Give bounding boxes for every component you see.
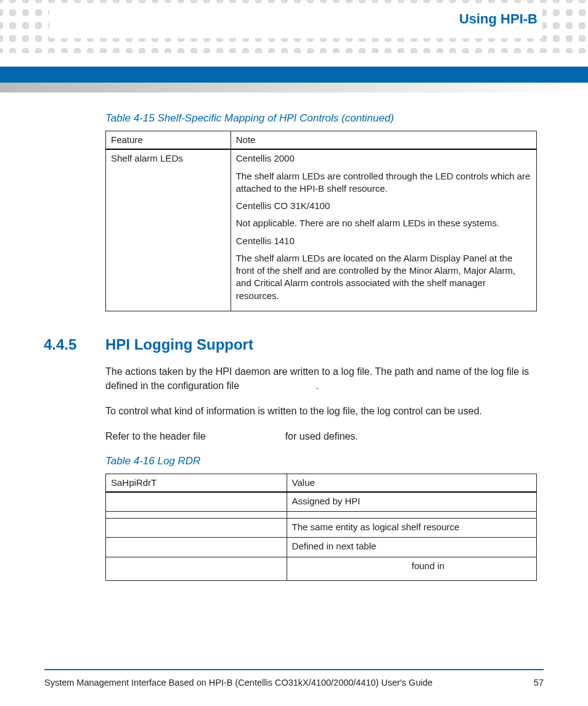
table-row: Shelf alarm LEDs Centellis 2000 The shel… bbox=[106, 149, 537, 311]
table-4-15-head-feature: Feature bbox=[106, 131, 231, 150]
para3-b: for used defines. bbox=[282, 431, 358, 441]
note-line: Centellis 1410 bbox=[236, 235, 531, 247]
note-line: The shelf alarm LEDs are controlled thro… bbox=[236, 170, 531, 195]
cell: The same entity as logical shelf resourc… bbox=[287, 519, 536, 538]
cell: found in bbox=[287, 557, 536, 580]
cell: Assigned by HPI bbox=[287, 492, 536, 512]
body-paragraph: The actions taken by the HPI daemon are … bbox=[105, 364, 537, 393]
chapter-title: Using HPI-B bbox=[459, 11, 537, 27]
table-4-15-feature: Shelf alarm LEDs bbox=[106, 149, 231, 311]
table-row: found in bbox=[106, 557, 537, 580]
para1-b: . bbox=[316, 380, 318, 391]
body-paragraph: To control what kind of information is w… bbox=[105, 404, 537, 418]
para3-a: Refer to the header file bbox=[105, 431, 208, 441]
footer-page-number: 57 bbox=[534, 678, 544, 688]
section-title: HPI Logging Support bbox=[105, 336, 253, 353]
cell-mid: found in bbox=[412, 560, 444, 571]
note-line: Centellis 2000 bbox=[236, 152, 531, 165]
note-line: The shelf alarm LEDs are located on the … bbox=[236, 252, 531, 302]
cell bbox=[106, 557, 287, 580]
table-row: The same entity as logical shelf resourc… bbox=[106, 519, 537, 538]
table-row: Assigned by HPI bbox=[106, 492, 537, 512]
cell bbox=[106, 538, 287, 557]
cell bbox=[106, 492, 287, 512]
cell bbox=[106, 512, 287, 519]
table-row: Defined in next table bbox=[106, 538, 537, 557]
section-heading: 4.4.5 HPI Logging Support bbox=[44, 336, 537, 353]
header-blue-bar bbox=[0, 67, 588, 83]
table-4-16: SaHpiRdrT Value Assigned by HPI The same… bbox=[105, 474, 537, 581]
table-4-15-caption: Table 4-15 Shelf-Specific Mapping of HPI… bbox=[105, 112, 537, 125]
table-4-15: Feature Note Shelf alarm LEDs Centellis … bbox=[105, 131, 537, 311]
table-4-16-caption: Table 4-16 Log RDR bbox=[105, 455, 537, 467]
cell bbox=[106, 519, 287, 538]
note-line: Centellis CO 31K/4100 bbox=[236, 200, 531, 212]
cell: Defined in next table bbox=[287, 538, 536, 557]
table-4-15-note: Centellis 2000 The shelf alarm LEDs are … bbox=[231, 149, 536, 311]
footer-doc-title: System Management Interface Based on HPI… bbox=[44, 678, 433, 688]
header-grey-gradient bbox=[0, 83, 588, 92]
body-paragraph: Refer to the header file for used define… bbox=[105, 429, 537, 443]
table-4-16-head-sahpirdrt: SaHpiRdrT bbox=[106, 474, 287, 492]
footer-rule bbox=[44, 669, 544, 670]
table-row bbox=[106, 512, 537, 519]
table-4-16-head-value: Value bbox=[287, 474, 536, 492]
section-number: 4.4.5 bbox=[44, 336, 105, 353]
note-line: Not applicable. There are no shelf alarm… bbox=[236, 217, 531, 229]
cell bbox=[287, 512, 536, 519]
table-4-15-head-note: Note bbox=[231, 131, 536, 150]
